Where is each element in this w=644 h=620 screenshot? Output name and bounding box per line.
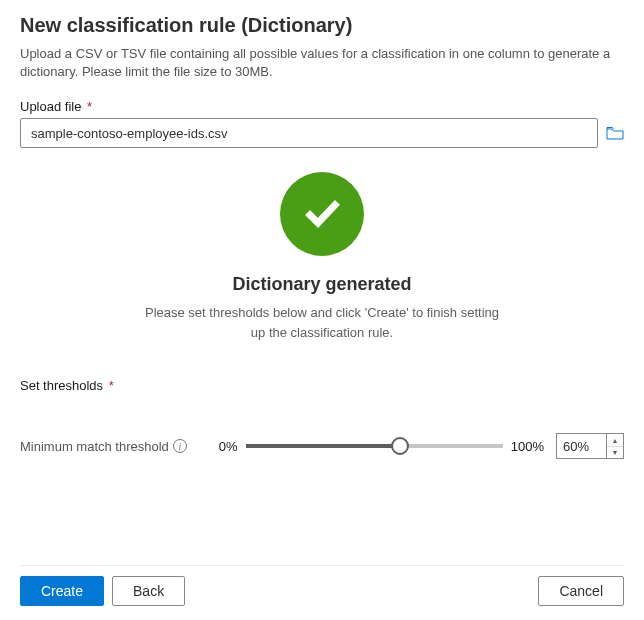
back-button[interactable]: Back <box>112 576 185 606</box>
success-check-icon <box>280 172 364 256</box>
slider-min-label: 0% <box>219 439 238 454</box>
set-thresholds-label-text: Set thresholds <box>20 378 103 393</box>
browse-folder-icon[interactable] <box>606 126 624 140</box>
min-match-threshold-label: Minimum match threshold <box>20 439 169 454</box>
cancel-button[interactable]: Cancel <box>538 576 624 606</box>
threshold-value-input[interactable] <box>556 433 606 459</box>
slider-max-label: 100% <box>511 439 544 454</box>
page-description: Upload a CSV or TSV file containing all … <box>20 45 624 81</box>
create-button[interactable]: Create <box>20 576 104 606</box>
upload-file-label: Upload file * <box>20 99 624 114</box>
upload-file-input[interactable] <box>20 118 598 148</box>
threshold-slider[interactable] <box>246 437 503 455</box>
status-title: Dictionary generated <box>142 274 502 295</box>
upload-file-label-text: Upload file <box>20 99 81 114</box>
threshold-step-down[interactable]: ▼ <box>607 447 623 459</box>
threshold-step-up[interactable]: ▲ <box>607 434 623 447</box>
required-asterisk: * <box>109 378 114 393</box>
set-thresholds-label: Set thresholds * <box>20 378 624 393</box>
required-asterisk: * <box>87 99 92 114</box>
info-icon[interactable]: i <box>173 439 187 453</box>
status-message: Please set thresholds below and click 'C… <box>142 303 502 342</box>
page-title: New classification rule (Dictionary) <box>20 14 624 37</box>
slider-thumb[interactable] <box>391 437 409 455</box>
